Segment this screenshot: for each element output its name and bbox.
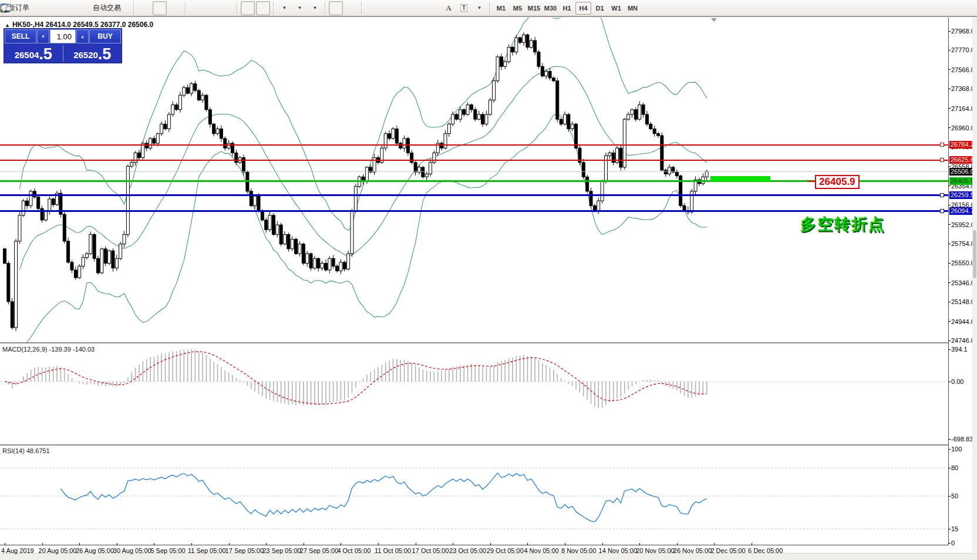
timeframe-button-h1[interactable]: H1 bbox=[559, 2, 575, 15]
volume-down-button[interactable]: ▼ bbox=[37, 29, 49, 43]
axis-tick-label: 24944.0 bbox=[951, 318, 975, 325]
auto-scroll-button[interactable] bbox=[241, 1, 255, 15]
date-axis-tick bbox=[341, 543, 341, 545]
timeframe-button-h4[interactable]: H4 bbox=[575, 2, 591, 15]
periods-button[interactable]: ▼ bbox=[292, 1, 306, 15]
date-tick-label: 20 Nov 05:00 bbox=[636, 547, 674, 554]
buy-price[interactable]: 26520.5 bbox=[63, 44, 122, 63]
history-center-button[interactable] bbox=[38, 1, 52, 15]
rsi-panel[interactable] bbox=[0, 446, 949, 545]
price-axis-tick bbox=[948, 302, 951, 302]
macd-signal-line bbox=[5, 352, 707, 404]
price-axis-tick bbox=[948, 166, 951, 167]
zoom-out-button[interactable] bbox=[204, 1, 218, 15]
zoom-in-button[interactable] bbox=[189, 1, 203, 15]
shapes-button[interactable]: ▼ bbox=[472, 1, 486, 15]
price-callout[interactable]: 26405.9 bbox=[815, 175, 859, 189]
horizontal-line[interactable] bbox=[0, 160, 948, 161]
terminal-button[interactable] bbox=[53, 1, 67, 15]
toolbar-separator bbox=[361, 2, 362, 15]
date-tick-label: 27 Sep 05:00 bbox=[300, 547, 338, 554]
buy-price-main: 26520 bbox=[73, 49, 98, 62]
horizontal-line[interactable] bbox=[0, 194, 948, 196]
price-axis-tick bbox=[948, 205, 951, 205]
date-axis-tick bbox=[378, 543, 379, 545]
date-axis-tick bbox=[79, 543, 80, 545]
date-axis-tick bbox=[752, 543, 752, 545]
highlight-green-bar bbox=[710, 176, 770, 181]
chart-title: ▲HK50-,H4 26414.0 26549.5 26377.0 26506.… bbox=[5, 21, 153, 29]
axis-tick-label: 394.1 bbox=[951, 346, 968, 353]
bar-chart-button[interactable] bbox=[137, 1, 151, 15]
line-chart-button[interactable] bbox=[168, 1, 182, 15]
candlestick-chart-button[interactable] bbox=[153, 1, 167, 15]
tile-windows-button[interactable] bbox=[220, 1, 234, 15]
sell-button[interactable]: SELL bbox=[5, 29, 36, 43]
panel-separator[interactable] bbox=[0, 444, 948, 446]
buy-button[interactable]: BUY bbox=[89, 29, 121, 43]
timeframe-button-m5[interactable]: M5 bbox=[510, 2, 525, 15]
horizontal-line[interactable] bbox=[0, 210, 948, 212]
date-axis-tick bbox=[117, 543, 117, 545]
autotrading-button[interactable]: 自动交易 bbox=[83, 1, 130, 15]
horizontal-line[interactable] bbox=[0, 144, 948, 146]
grid-button[interactable]: F bbox=[426, 1, 440, 15]
macd-panel[interactable] bbox=[0, 343, 949, 444]
text-button[interactable]: A bbox=[442, 1, 456, 15]
templates-button[interactable]: ▼ bbox=[308, 1, 322, 15]
sell-price-main: 26504 bbox=[15, 49, 39, 62]
panel-separator[interactable] bbox=[0, 342, 948, 344]
sell-price[interactable]: 26504.5 bbox=[4, 44, 63, 63]
macd-axis-tick bbox=[948, 382, 951, 382]
chat-bubble-icon[interactable] bbox=[0, 4, 12, 13]
chart-shift-button[interactable] bbox=[256, 1, 270, 15]
fibonacci-button[interactable]: E bbox=[411, 1, 425, 15]
axis-tick-label: 26960.0 bbox=[951, 124, 975, 131]
price-axis-tick bbox=[948, 50, 951, 50]
date-tick-label: 5 Sep 05:00 bbox=[150, 547, 185, 554]
text-label-icon: T bbox=[460, 4, 467, 12]
rsi-axis-tick bbox=[948, 496, 951, 497]
line-handle[interactable] bbox=[940, 158, 944, 162]
timeframe-button-d1[interactable]: D1 bbox=[592, 2, 608, 15]
trendline-button[interactable] bbox=[396, 1, 410, 15]
volume-input[interactable] bbox=[50, 29, 76, 43]
line-handle[interactable] bbox=[940, 143, 944, 147]
timeframe-button-m15[interactable]: M15 bbox=[526, 2, 542, 15]
toolbar-separator bbox=[489, 2, 490, 15]
line-handle[interactable] bbox=[940, 209, 944, 213]
axis-tick-label: 27968.0 bbox=[951, 28, 975, 35]
alerts-button[interactable] bbox=[68, 1, 82, 15]
timeframe-button-m1[interactable]: M1 bbox=[493, 2, 509, 15]
date-tick-label: 23 Oct 05:00 bbox=[449, 547, 486, 554]
right-scrollbar-thumb[interactable] bbox=[973, 230, 976, 278]
horizontal-line-button[interactable] bbox=[380, 1, 395, 15]
new-chart-button[interactable]: ▼ bbox=[277, 1, 291, 15]
macd-label: MACD(12,26,9) -139.39 -140.03 bbox=[2, 346, 95, 353]
text-label-button[interactable]: T bbox=[457, 1, 471, 15]
timeframe-button-m30[interactable]: M30 bbox=[543, 2, 558, 15]
date-axis-tick bbox=[154, 543, 154, 545]
price-axis-tick bbox=[948, 282, 951, 283]
crosshair-button[interactable] bbox=[344, 1, 358, 15]
date-axis-tick bbox=[714, 543, 715, 545]
axis-tick-label: 25148.0 bbox=[951, 298, 975, 305]
date-tick-label: 26 Aug 05:00 bbox=[76, 547, 114, 554]
axis-tick-label: 25952.0 bbox=[951, 221, 975, 228]
timeframe-button-mn[interactable]: MN bbox=[625, 2, 641, 15]
volume-up-button[interactable]: ▲ bbox=[76, 29, 89, 43]
timeframe-button-w1[interactable]: W1 bbox=[608, 2, 624, 15]
axis-tick-label: -698.83 bbox=[951, 436, 973, 443]
horizontal-line[interactable] bbox=[0, 180, 948, 182]
vertical-line-button[interactable] bbox=[365, 1, 379, 15]
line-handle[interactable] bbox=[940, 193, 944, 197]
date-tick-label: 23 Sep 05:00 bbox=[262, 547, 301, 554]
cursor-button[interactable] bbox=[329, 1, 343, 15]
one-click-trade-panel: SELL ▼ ▲ BUY 26504.5 26520.5 bbox=[4, 28, 122, 63]
date-axis-tick bbox=[229, 543, 230, 545]
turning-point-annotation: 多空转折点 bbox=[800, 214, 885, 235]
right-scrollbar-track[interactable] bbox=[972, 18, 977, 552]
axis-tick-label: 25346.0 bbox=[951, 279, 975, 286]
price-axis-tick bbox=[948, 108, 951, 109]
collapse-panel-arrow[interactable]: ▲ bbox=[5, 22, 10, 28]
